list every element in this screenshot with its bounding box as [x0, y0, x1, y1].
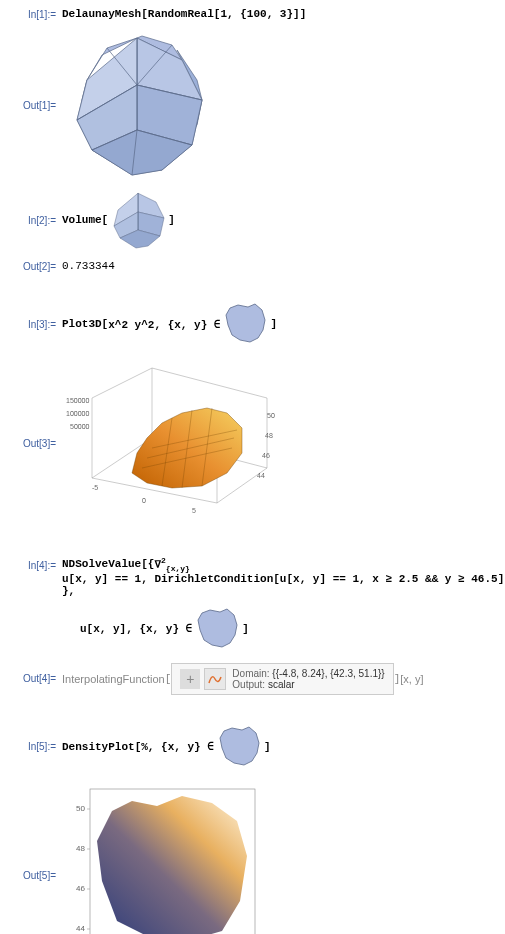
- numeric-output: 0.733344: [62, 260, 115, 272]
- input-cell-4: In[4]:= NDSolveValue [{ ∇2{x,y} u[x, y] …: [8, 556, 505, 653]
- code[interactable]: DensityPlot [ %, {x, y} ∈ ]: [62, 723, 270, 771]
- svg-text:150000: 150000: [66, 397, 89, 404]
- svg-text:5: 5: [192, 507, 196, 514]
- code-args: %, {x, y} ∈: [141, 740, 214, 753]
- bracket-open: [: [102, 318, 109, 330]
- code-args-2: u[x, y], {x, y} ∈: [80, 622, 192, 635]
- domain-label: Domain:: [232, 668, 272, 679]
- output-type-label: Output:: [232, 679, 268, 690]
- function-plot-icon: [204, 668, 226, 690]
- in-label: In[3]:=: [8, 319, 62, 330]
- svg-text:46: 46: [76, 884, 85, 893]
- output-cell-1: Out[1]=: [8, 30, 505, 180]
- svg-text:44: 44: [76, 924, 85, 933]
- bracket-open: [{: [141, 558, 154, 570]
- interp-summary-box[interactable]: + Domain: {{-4.8, 8.24}, {42.3, 51.1}} O…: [171, 663, 393, 695]
- code[interactable]: Plot3D [ x^2 y^2, {x, y} ∈ ]: [62, 300, 277, 348]
- bracket-close: ]: [242, 623, 249, 635]
- output-cell-5: Out[5]= 50484644 -4-202468: [8, 781, 505, 934]
- bracket-close: ]: [264, 741, 271, 753]
- france-region-icon: [192, 605, 242, 653]
- input-cell-3: In[3]:= Plot3D [ x^2 y^2, {x, y} ∈ ]: [8, 300, 505, 348]
- france-region-icon: [220, 300, 270, 348]
- code[interactable]: DelaunayMesh[RandomReal[1, {100, 3}]]: [62, 8, 306, 20]
- code-args: u[x, y] == 1, DirichletCondition[u[x, y]…: [62, 573, 504, 585]
- in-label: In[2]:=: [8, 215, 62, 226]
- svg-text:50000: 50000: [70, 423, 90, 430]
- input-cell-5: In[5]:= DensityPlot [ %, {x, y} ∈ ]: [8, 723, 505, 771]
- brace-close: },: [62, 585, 75, 597]
- code[interactable]: Volume [ ]: [62, 190, 175, 250]
- svg-text:46: 46: [262, 452, 270, 459]
- out-label: Out[2]=: [8, 261, 62, 272]
- out-label: Out[3]=: [8, 438, 62, 449]
- density-plot-graphic: 50484644 -4-202468: [62, 781, 262, 934]
- fn-head: InterpolatingFunction: [62, 673, 165, 685]
- output-type-value: scalar: [268, 679, 295, 690]
- output-cell-3: Out[3]= 15000010000050000 -505 44464850: [8, 358, 505, 528]
- bracket-close: ]: [270, 318, 277, 330]
- svg-text:44: 44: [257, 472, 265, 479]
- input-cell-2: In[2]:= Volume [ ]: [8, 190, 505, 250]
- svg-text:0: 0: [142, 497, 146, 504]
- code[interactable]: NDSolveValue [{ ∇2{x,y} u[x, y] == 1, Di…: [62, 556, 505, 653]
- mesh-thumbnail: [108, 190, 168, 250]
- bracket-close: ]: [168, 214, 175, 226]
- input-cell-1: In[1]:= DelaunayMesh[RandomReal[1, {100,…: [8, 8, 505, 20]
- output-cell-4: Out[4]= InterpolatingFunction [ + Domain…: [8, 663, 505, 695]
- out-label: Out[4]=: [8, 673, 62, 684]
- fn-name: Plot3D: [62, 318, 102, 330]
- svg-text:50: 50: [76, 804, 85, 813]
- interpolating-function: InterpolatingFunction [ + Domain: {{-4.8…: [62, 663, 424, 695]
- fn-args: [x, y]: [400, 673, 423, 685]
- out-label: Out[5]=: [8, 870, 62, 881]
- delaunay-mesh-graphic: [62, 30, 212, 180]
- svg-text:48: 48: [265, 432, 273, 439]
- svg-text:-5: -5: [92, 484, 98, 491]
- bracket-open: [: [102, 214, 109, 226]
- output-cell-2: Out[2]= 0.733344: [8, 260, 505, 272]
- expand-icon[interactable]: +: [180, 669, 200, 689]
- fn-name: DensityPlot: [62, 741, 135, 753]
- laplacian: ∇2{x,y}: [154, 556, 189, 573]
- in-label: In[5]:=: [8, 741, 62, 752]
- svg-text:48: 48: [76, 844, 85, 853]
- out-label: Out[1]=: [8, 100, 62, 111]
- in-label: In[4]:=: [8, 556, 62, 571]
- svg-text:50: 50: [267, 412, 275, 419]
- fn-name: Volume: [62, 214, 102, 226]
- domain-value: {{-4.8, 8.24}, {42.3, 51.1}}: [272, 668, 384, 679]
- fn-name: NDSolveValue: [62, 558, 141, 570]
- plot3d-graphic: 15000010000050000 -505 44464850: [62, 358, 282, 528]
- france-region-icon: [214, 723, 264, 771]
- svg-text:100000: 100000: [66, 410, 89, 417]
- in-label: In[1]:=: [8, 9, 62, 20]
- bracket-open: [: [135, 741, 142, 753]
- code-args: x^2 y^2, {x, y} ∈: [108, 318, 220, 331]
